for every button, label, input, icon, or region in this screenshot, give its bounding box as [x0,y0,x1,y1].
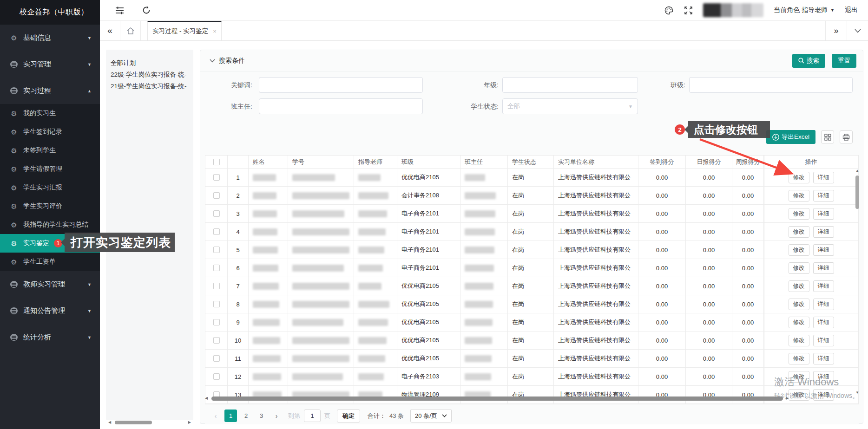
sidebar-item[interactable]: 学生实习评价 [0,197,100,215]
scroll-down-icon[interactable]: ▼ [855,391,859,395]
page-number-button[interactable]: 3 [255,410,268,422]
edit-button[interactable]: 修改 [789,353,809,364]
edit-button[interactable]: 修改 [789,244,809,256]
tab-menu-chevron-icon[interactable] [847,21,868,40]
refresh-icon[interactable] [142,6,151,15]
theme-palette-icon[interactable] [664,6,673,15]
detail-button[interactable]: 详细 [813,371,834,383]
edit-button[interactable]: 修改 [789,190,809,202]
edit-button[interactable]: 修改 [789,371,809,383]
plan-panel-hscrollbar[interactable]: ◀ ▶ [108,420,191,425]
search-section-toggle[interactable]: 搜索条件 [210,57,245,65]
row-checkbox[interactable] [213,337,220,344]
sidebar-item[interactable]: 学生实习汇报 [0,178,100,197]
row-checkbox[interactable] [213,192,220,199]
detail-button[interactable]: 详细 [813,335,834,346]
detail-button[interactable]: 详细 [813,280,834,292]
row-checkbox[interactable] [213,228,220,235]
sidebar-item[interactable]: 实习管理▼ [0,51,100,78]
tab-close-icon[interactable]: × [213,28,217,35]
export-excel-button[interactable]: 导出Excel [766,130,815,144]
scroll-left-icon[interactable]: ◀ [108,421,111,424]
edit-button[interactable]: 修改 [789,317,809,328]
detail-button[interactable]: 详细 [813,226,834,238]
row-checkbox[interactable] [213,265,220,271]
sidebar-item[interactable]: 学生工资单 [0,253,100,271]
table-vscrollbar[interactable]: ▲ ▼ [855,169,860,395]
collapse-sidebar-icon[interactable] [115,6,124,15]
edit-button[interactable]: 修改 [789,172,809,183]
row-checkbox[interactable] [213,210,220,217]
row-checkbox[interactable] [213,319,220,325]
sidebar-item[interactable]: 学生请假管理 [0,160,100,178]
tab-active[interactable]: 实习过程 - 实习鉴定 × [147,21,222,40]
page-number-button[interactable]: 2 [240,410,252,422]
plan-list-item[interactable]: 22级-学生岗位实习报备-统- [111,69,193,80]
detail-button[interactable]: 详细 [813,244,834,256]
row-checkbox[interactable] [213,355,220,362]
detail-button[interactable]: 详细 [813,299,834,310]
edit-button[interactable]: 修改 [789,299,809,310]
edit-button[interactable]: 修改 [789,335,809,346]
row-checkbox[interactable] [213,301,220,307]
fullscreen-icon[interactable] [684,6,693,15]
detail-button[interactable]: 详细 [813,208,834,220]
column-settings-icon[interactable] [821,130,834,143]
scroll-up-icon[interactable]: ▲ [855,169,859,173]
scroll-right-icon[interactable]: ▶ [188,421,191,424]
row-checkbox[interactable] [213,283,220,289]
row-checkbox[interactable] [213,247,220,253]
detail-button[interactable]: 详细 [813,262,834,274]
print-icon[interactable] [840,130,853,143]
detail-button[interactable]: 详细 [813,317,834,328]
scrollbar-thumb[interactable] [211,396,783,401]
plan-list-item[interactable]: 21级-学生岗位实习报备-统- [111,80,193,92]
row-checkbox[interactable] [213,174,220,181]
edit-button[interactable]: 修改 [789,226,809,238]
edit-button[interactable]: 修改 [789,262,809,274]
scrollbar-thumb[interactable] [115,421,152,424]
detail-button[interactable]: 详细 [813,190,834,202]
current-role-menu[interactable]: 当前角色 指导老师 ▼ [774,6,835,14]
goto-confirm-button[interactable]: 确定 [337,410,360,422]
sidebar-item[interactable]: 我指导的学生实习总结 [0,215,100,234]
detail-button[interactable]: 详细 [813,353,834,364]
page-size-select[interactable]: 20 条/页 [410,409,452,422]
home-tab-icon[interactable] [120,21,141,40]
table-hscrollbar[interactable]: ◀ ▶ [205,396,855,401]
header-cell: 姓名 [249,156,288,168]
sidebar-item[interactable]: 基础信息▼ [0,25,100,51]
sidebar-item[interactable]: 我的实习生 [0,104,100,123]
sidebar-item[interactable]: 统计分析▼ [0,324,100,351]
next-tabs-icon[interactable]: » [825,21,847,40]
sidebar-item[interactable]: 未签到学生 [0,141,100,160]
keyword-input[interactable] [259,77,423,93]
sidebar-item[interactable]: 通知公告管理▼ [0,298,100,324]
collapse-tabs-icon[interactable]: « [100,21,120,40]
edit-button[interactable]: 修改 [789,280,809,292]
next-page-icon[interactable]: › [271,412,282,420]
edit-button[interactable]: 修改 [789,208,809,220]
prev-page-icon[interactable]: ‹ [210,412,221,420]
scrollbar-thumb[interactable] [855,176,859,209]
page-number-button[interactable]: 1 [224,410,237,422]
plan-list-item[interactable]: 全部计划 [111,57,193,69]
reset-button[interactable]: 重置 [832,54,856,68]
header-cell: 操作 [764,156,858,168]
row-checkbox[interactable] [213,373,220,380]
logout-button[interactable]: 退出 [845,6,858,14]
class-input[interactable] [689,77,853,93]
select-all-checkbox[interactable] [213,159,220,165]
grade-input[interactable] [502,77,638,93]
search-button[interactable]: 搜索 [792,54,825,68]
user-avatar[interactable] [703,3,763,17]
head-teacher-input[interactable] [259,98,423,114]
sidebar-item[interactable]: 学生签到记录 [0,123,100,141]
detail-button[interactable]: 详细 [813,172,834,183]
student-status-select[interactable]: 全部 ▼ [502,98,638,114]
scroll-right-icon[interactable]: ▶ [786,396,789,400]
scroll-left-icon[interactable]: ◀ [205,396,208,400]
goto-page-input[interactable] [304,410,321,422]
sidebar-item[interactable]: 教师实习管理▼ [0,271,100,298]
sidebar-item[interactable]: 实习过程▲ [0,78,100,104]
